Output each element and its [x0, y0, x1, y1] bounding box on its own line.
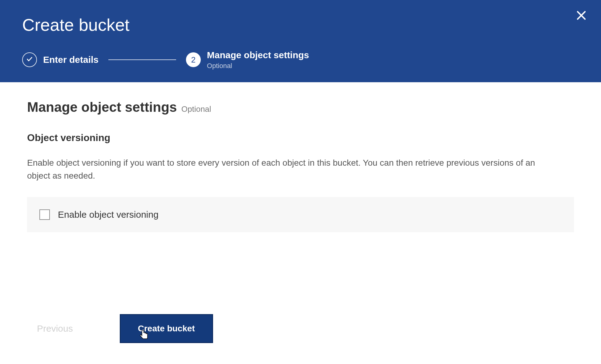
section-title: Manage object settings [27, 99, 177, 115]
dialog-footer: Previous Create bucket [0, 314, 601, 343]
step-labels: Manage object settings Optional [207, 50, 309, 70]
close-button[interactable] [574, 9, 589, 23]
subheading-object-versioning: Object versioning [27, 132, 574, 144]
step-label: Enter details [43, 55, 99, 65]
step-connector [108, 59, 176, 60]
versioning-option-row: Enable object versioning [27, 197, 574, 232]
step-label: Manage object settings [207, 50, 309, 61]
enable-versioning-label[interactable]: Enable object versioning [58, 209, 159, 220]
step-sublabel: Optional [207, 62, 309, 70]
section-suffix: Optional [181, 104, 211, 114]
dialog-header: Create bucket Enter details 2 Mana [0, 0, 601, 82]
dialog-title: Create bucket [22, 15, 579, 35]
step-number-badge: 2 [186, 52, 201, 67]
section-heading-row: Manage object settings Optional [27, 99, 574, 115]
create-bucket-button[interactable]: Create bucket [120, 314, 213, 343]
dialog-content: Manage object settings Optional Object v… [0, 82, 601, 232]
previous-button[interactable]: Previous [27, 316, 83, 341]
checkmark-icon [26, 56, 33, 64]
step-completed-icon [22, 52, 37, 67]
step-manage-object-settings[interactable]: 2 Manage object settings Optional [186, 50, 309, 70]
versioning-description: Enable object versioning if you want to … [27, 156, 557, 182]
stepper: Enter details 2 Manage object settings O… [22, 50, 579, 70]
step-enter-details[interactable]: Enter details [22, 52, 99, 67]
enable-versioning-checkbox[interactable] [39, 209, 50, 220]
close-icon [576, 10, 587, 22]
